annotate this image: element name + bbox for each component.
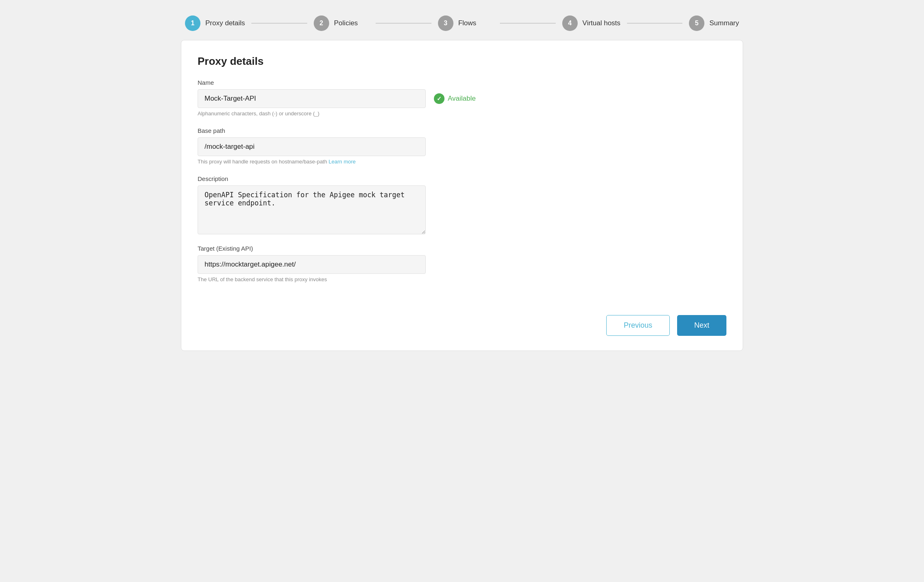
available-label: Available xyxy=(448,95,476,103)
name-input[interactable] xyxy=(198,89,426,108)
step-line-4 xyxy=(627,23,682,24)
card-footer: Previous Next xyxy=(198,307,726,336)
wizard-container: 1 Proxy details 2 Policies 3 Flows 4 Vir… xyxy=(181,8,743,351)
previous-button[interactable]: Previous xyxy=(606,315,670,336)
step-2: 2 Policies xyxy=(314,15,369,31)
step-3-label: Flows xyxy=(458,19,476,27)
description-field-group: Description xyxy=(198,175,726,234)
available-check-icon: ✓ xyxy=(434,93,444,104)
target-field-group: Target (Existing API) The URL of the bac… xyxy=(198,245,726,282)
step-4-label: Virtual hosts xyxy=(583,19,620,27)
step-line-2 xyxy=(376,23,431,24)
available-badge: ✓ Available xyxy=(434,93,476,104)
name-hint: Alphanumeric characters, dash (-) or und… xyxy=(198,110,726,117)
next-button[interactable]: Next xyxy=(677,315,726,336)
step-2-circle: 2 xyxy=(314,15,329,31)
step-4: 4 Virtual hosts xyxy=(562,15,620,31)
step-line-1 xyxy=(251,23,307,24)
step-5-circle: 5 xyxy=(689,15,704,31)
base-path-field-group: Base path This proxy will handle request… xyxy=(198,127,726,165)
step-line-3 xyxy=(500,23,555,24)
description-input[interactable] xyxy=(198,185,426,234)
step-2-label: Policies xyxy=(334,19,358,27)
step-1: 1 Proxy details xyxy=(185,15,245,31)
name-field-group: Name ✓ Available Alphanumeric characters… xyxy=(198,79,726,117)
base-path-label: Base path xyxy=(198,127,726,134)
base-path-hint: This proxy will handle requests on hostn… xyxy=(198,159,726,165)
base-path-input[interactable] xyxy=(198,137,426,156)
step-3-circle: 3 xyxy=(438,15,453,31)
name-label: Name xyxy=(198,79,726,86)
proxy-details-card: Proxy details Name ✓ Available Alphanume… xyxy=(181,40,743,351)
step-4-circle: 4 xyxy=(562,15,578,31)
target-label: Target (Existing API) xyxy=(198,245,726,252)
step-5-label: Summary xyxy=(709,19,739,27)
step-1-circle: 1 xyxy=(185,15,200,31)
step-1-label: Proxy details xyxy=(205,19,245,27)
description-label: Description xyxy=(198,175,726,182)
card-title: Proxy details xyxy=(198,55,726,68)
learn-more-link[interactable]: Learn more xyxy=(329,159,356,165)
step-3: 3 Flows xyxy=(438,15,493,31)
step-5: 5 Summary xyxy=(689,15,739,31)
target-input[interactable] xyxy=(198,255,426,274)
name-field-row: ✓ Available xyxy=(198,89,726,108)
stepper: 1 Proxy details 2 Policies 3 Flows 4 Vir… xyxy=(181,8,743,40)
target-hint: The URL of the backend service that this… xyxy=(198,276,726,282)
